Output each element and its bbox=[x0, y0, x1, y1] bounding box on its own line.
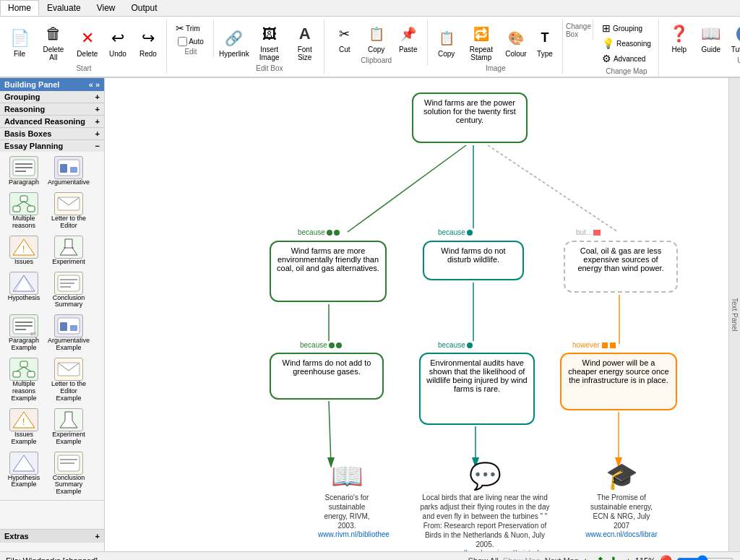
svg-line-11 bbox=[24, 202, 31, 206]
font-size-button[interactable]: A Font Size bbox=[291, 21, 319, 63]
tab-view[interactable]: View bbox=[89, 0, 124, 16]
auto-checkbox[interactable] bbox=[178, 37, 187, 46]
sidebar-section-advanced-reasoning: Advanced Reasoning + bbox=[0, 116, 104, 128]
show-all-btn[interactable]: Show All bbox=[468, 556, 499, 561]
ribbon-group-clipboard: ✂ Cut 📋 Copy 📌 Paste Clipboard bbox=[326, 20, 428, 66]
nav-left-icon[interactable]: ⬅ bbox=[583, 555, 592, 561]
extras-expand[interactable]: + bbox=[95, 532, 100, 540]
source1-title: Scenario's for sustainable energy, RIVM,… bbox=[318, 493, 376, 530]
book-icon: 📖 bbox=[318, 461, 376, 491]
node-greenhouse[interactable]: Wind farms do not add to greenhouse gase… bbox=[270, 353, 384, 400]
sidebar-item-experiment[interactable]: Experiment bbox=[48, 234, 90, 267]
svg-rect-33 bbox=[27, 371, 35, 377]
sidebar-item-experiment-example[interactable]: Experiment Example bbox=[48, 407, 90, 447]
file-status: File: Windparks [changed] bbox=[6, 556, 98, 561]
sidebar-item-paragraph[interactable]: Paragraph bbox=[3, 155, 45, 188]
paste-button[interactable]: 📌 Paste bbox=[394, 21, 423, 55]
right-panel-label: Text Panel bbox=[731, 298, 739, 332]
svg-rect-5 bbox=[60, 164, 67, 173]
sidebar-item-letter-editor-example[interactable]: Letter to the Editor Example bbox=[48, 356, 90, 404]
source-book-icon[interactable]: 📖 Scenario's for sustainable energy, RIV… bbox=[318, 461, 376, 538]
copy-button[interactable]: 📋 Copy bbox=[362, 21, 391, 55]
source2-extra: From: Research report Preservation of Bi… bbox=[420, 521, 550, 549]
grouping-header[interactable]: Grouping + bbox=[0, 91, 104, 103]
sidebar-item-paragraph-example[interactable]: eg Paragraph Example bbox=[3, 313, 45, 353]
tutorials-button[interactable]: i Tutorials bbox=[728, 21, 740, 55]
delete-button[interactable]: ✕ Delete bbox=[74, 25, 101, 59]
sidebar-item-multiple-reasons[interactable]: Multiple reasons bbox=[3, 191, 45, 231]
source-quote-icon[interactable]: 💬 Local birds that are living near the w… bbox=[420, 461, 550, 551]
svg-text:!: ! bbox=[22, 244, 25, 254]
insert-image-button[interactable]: 🖼 Insert Image bbox=[251, 21, 288, 63]
show-map-btn[interactable]: Show Map bbox=[503, 556, 541, 561]
canvas[interactable]: Wind farms are the power solution for th… bbox=[105, 78, 728, 551]
ribbon-group-start: 📄 File 🗑 Delete All ✕ Delete ↩ Undo ↪ Re… bbox=[1, 20, 167, 74]
sidebar-item-argumentative[interactable]: Argumentative bbox=[48, 155, 90, 188]
source3-link[interactable]: www.ecn.nl/docs/librar bbox=[585, 530, 658, 538]
nav-right-icon[interactable]: ➡ bbox=[622, 555, 631, 561]
ribbon-group-change-box: Change Box bbox=[564, 20, 593, 40]
undo-button[interactable]: ↩ Undo bbox=[104, 25, 132, 59]
node-wind-farms-wildlife[interactable]: Wind farms do not disturb wildlife. bbox=[423, 241, 524, 280]
type-button[interactable]: T Type bbox=[532, 25, 558, 59]
sidebar-item-hypothesis-example[interactable]: Hypothesis Example bbox=[3, 450, 45, 498]
essay-planning-header[interactable]: Essay Planning − bbox=[0, 140, 104, 152]
sidebar-item-issues[interactable]: ! Issues bbox=[3, 234, 45, 267]
tab-home[interactable]: Home bbox=[0, 0, 39, 16]
tab-output[interactable]: Output bbox=[124, 0, 165, 16]
basis-boxes-header[interactable]: Basis Boxes + bbox=[0, 128, 104, 139]
because-label-3: because bbox=[298, 341, 343, 349]
advanced-button[interactable]: ⚙Advanced bbox=[599, 51, 648, 66]
hyperlink-button[interactable]: 🔗 Hyperlink bbox=[220, 25, 249, 59]
redo-button[interactable]: ↪ Redo bbox=[134, 25, 162, 59]
reasoning-header[interactable]: Reasoning + bbox=[0, 103, 104, 115]
sidebar-item-hypothesis[interactable]: Hypothesis bbox=[3, 270, 45, 311]
source1-link[interactable]: www.rivm.nl/bibliothee bbox=[318, 530, 376, 538]
repeat-stamp-button[interactable]: 🔁 Repeat Stamp bbox=[462, 21, 500, 63]
svg-line-43 bbox=[348, 145, 466, 232]
svg-rect-31 bbox=[20, 361, 27, 367]
reasoning-button[interactable]: 💡Reasoning bbox=[599, 36, 654, 51]
ribbon: 📄 File 🗑 Delete All ✕ Delete ↩ Undo ↪ Re… bbox=[0, 17, 740, 78]
node-coal-gas-expensive[interactable]: Coal, oil & gas are less expensive sourc… bbox=[564, 241, 678, 293]
file-button[interactable]: 📄 File bbox=[6, 25, 33, 59]
zoom-out-icon[interactable]: 🔴 bbox=[660, 555, 672, 561]
node-wind-farms-env[interactable]: Wind farms are more environmentally frie… bbox=[270, 241, 387, 302]
node-wind-power-cheaper[interactable]: Wind power will be a cheaper energy sour… bbox=[560, 353, 677, 410]
sidebar-item-argumentative-example[interactable]: Argumentative Example bbox=[48, 313, 90, 353]
sidebar-item-issues-example[interactable]: ! Issues Example bbox=[3, 407, 45, 447]
next-map-btn[interactable]: Next Map bbox=[545, 556, 579, 561]
source2-link[interactable]: www.vogelbescherming.nl/print_d bbox=[420, 549, 550, 551]
ribbon-group-edit: ✂Trim Auto Edit bbox=[168, 20, 214, 57]
node-root[interactable]: Wind farms are the power solution for th… bbox=[412, 92, 528, 143]
trim-button[interactable]: ✂Trim bbox=[173, 21, 209, 35]
sidebar-item-conclusion-summary-example[interactable]: Conclusion Summary Example bbox=[48, 450, 90, 498]
delete-all-button[interactable]: 🗑 Delete All bbox=[36, 21, 71, 63]
nav-down-icon[interactable]: ⬇ bbox=[609, 555, 618, 561]
ribbon-group-change-map: ⊞Grouping 💡Reasoning ⚙Advanced Change Ma… bbox=[595, 20, 659, 77]
svg-line-49 bbox=[329, 401, 331, 465]
help-button[interactable]: ❓ Help bbox=[665, 21, 694, 55]
sidebar-item-conclusion-summary[interactable]: Conclusion Summary bbox=[48, 270, 90, 311]
right-panel: Text Panel bbox=[728, 78, 740, 551]
tab-evaluate[interactable]: Evaluate bbox=[39, 0, 89, 16]
nav-up-icon[interactable]: ⬆ bbox=[596, 555, 605, 561]
guide-button[interactable]: 📖 Guide bbox=[697, 21, 726, 55]
node-environmental-audits[interactable]: Environmental audits have shown that the… bbox=[419, 353, 535, 425]
svg-marker-16 bbox=[13, 275, 35, 291]
svg-marker-39 bbox=[13, 455, 35, 471]
svg-rect-6 bbox=[70, 167, 77, 173]
svg-rect-29 bbox=[60, 322, 67, 331]
ribbon-group-explore: ❓ Help 📖 Guide i Tutorials 📚 E-book 👤 Pr… bbox=[661, 20, 740, 66]
zoom-slider[interactable] bbox=[676, 555, 734, 561]
advanced-reasoning-header[interactable]: Advanced Reasoning + bbox=[0, 116, 104, 127]
svg-line-35 bbox=[24, 367, 31, 371]
sidebar-item-letter-editor[interactable]: Letter to the Editor bbox=[48, 191, 90, 231]
grouping-button[interactable]: ⊞Grouping bbox=[599, 21, 645, 35]
sidebar-item-multiple-reasons-example[interactable]: Multiple reasons Example bbox=[3, 356, 45, 404]
source-grad-icon[interactable]: 🎓 The Promise of sustainable energy, ECN… bbox=[585, 461, 658, 538]
sidebar-section-reasoning: Reasoning + bbox=[0, 103, 104, 116]
copy-img-button[interactable]: 📋 Copy bbox=[434, 25, 460, 59]
colour-button[interactable]: 🎨 Colour bbox=[503, 25, 529, 59]
cut-button[interactable]: ✂ Cut bbox=[330, 21, 359, 55]
